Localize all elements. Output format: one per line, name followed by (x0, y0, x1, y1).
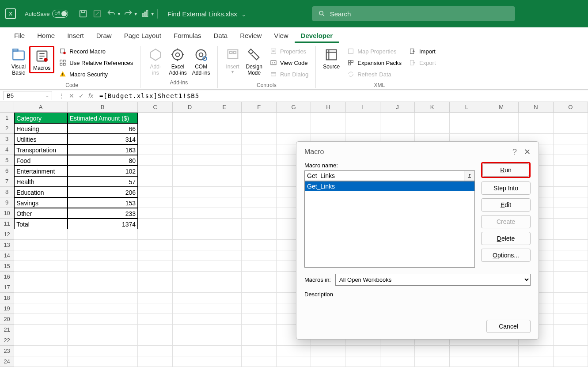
design-mode-button[interactable]: Design Mode (243, 46, 265, 77)
cell-F6[interactable] (242, 166, 276, 176)
cell-A10[interactable]: Other (14, 208, 67, 219)
namebox-dropdown-icon[interactable]: ⋮ (58, 92, 64, 99)
cell-B6[interactable]: 102 (68, 166, 138, 176)
import-button[interactable]: Import (406, 46, 439, 57)
cell-D20[interactable] (173, 314, 207, 325)
cell-B2[interactable]: 66 (68, 123, 138, 134)
tab-file[interactable]: File (8, 28, 31, 43)
cell-B17[interactable] (68, 282, 138, 293)
cell-F3[interactable] (242, 134, 276, 144)
cell-G24[interactable] (277, 356, 311, 367)
cell-B10[interactable]: 233 (68, 208, 138, 219)
cell-E23[interactable] (207, 346, 242, 356)
dialog-close-icon[interactable]: ✕ (524, 147, 531, 157)
cell-D2[interactable] (173, 123, 207, 134)
cell-O3[interactable] (554, 134, 588, 144)
cell-F1[interactable] (242, 113, 276, 123)
cell-A22[interactable] (14, 335, 67, 346)
cell-F21[interactable] (242, 325, 276, 335)
cell-C8[interactable] (138, 187, 172, 197)
cell-E18[interactable] (207, 293, 242, 303)
cell-B9[interactable]: 153 (68, 197, 138, 208)
cell-C23[interactable] (138, 346, 172, 356)
col-header-M[interactable]: M (484, 102, 519, 113)
chevron-down-icon[interactable]: ⌄ (242, 12, 246, 17)
cell-K23[interactable] (415, 346, 449, 356)
cell-A15[interactable] (14, 261, 67, 272)
cell-O23[interactable] (554, 346, 588, 356)
col-header-N[interactable]: N (519, 102, 553, 113)
cell-F4[interactable] (242, 144, 276, 155)
cell-E7[interactable] (207, 176, 242, 187)
cell-D16[interactable] (173, 272, 207, 282)
cell-C14[interactable] (138, 250, 172, 261)
cell-A2[interactable]: Housing (14, 123, 67, 134)
cell-A21[interactable] (14, 325, 67, 335)
cell-F23[interactable] (242, 346, 276, 356)
cell-F7[interactable] (242, 176, 276, 187)
cell-D14[interactable] (173, 250, 207, 261)
cell-O7[interactable] (554, 176, 588, 187)
cell-O4[interactable] (554, 144, 588, 155)
cell-O12[interactable] (554, 229, 588, 240)
cell-B5[interactable]: 80 (68, 155, 138, 166)
cell-E22[interactable] (207, 335, 242, 346)
tab-home[interactable]: Home (31, 28, 61, 43)
col-header-C[interactable]: C (138, 102, 172, 113)
cell-C12[interactable] (138, 229, 172, 240)
macro-list[interactable]: Get_Links (304, 181, 475, 268)
cell-L2[interactable] (450, 123, 484, 134)
cell-E9[interactable] (207, 197, 242, 208)
cell-A1[interactable]: Category (14, 113, 67, 123)
cell-D9[interactable] (173, 197, 207, 208)
cancel-button[interactable]: Cancel (486, 320, 531, 333)
cell-B1[interactable]: Estimated Amount ($) (68, 113, 138, 123)
cell-A3[interactable]: Utilities (14, 134, 67, 144)
cell-C20[interactable] (138, 314, 172, 325)
cell-D23[interactable] (173, 346, 207, 356)
cell-E4[interactable] (207, 144, 242, 155)
row-header-5[interactable]: 5 (0, 155, 14, 166)
cell-B12[interactable] (68, 229, 138, 240)
col-header-H[interactable]: H (311, 102, 345, 113)
cell-F5[interactable] (242, 155, 276, 166)
cell-G23[interactable] (277, 346, 311, 356)
cell-I2[interactable] (345, 123, 380, 134)
row-header-13[interactable]: 13 (0, 240, 14, 250)
cell-A16[interactable] (14, 272, 67, 282)
name-box[interactable]: B5⌄ (4, 91, 52, 100)
cell-F13[interactable] (242, 240, 276, 250)
cell-D5[interactable] (173, 155, 207, 166)
row-header-19[interactable]: 19 (0, 303, 14, 314)
cell-O14[interactable] (554, 250, 588, 261)
cell-F17[interactable] (242, 282, 276, 293)
cell-E12[interactable] (207, 229, 242, 240)
cell-E14[interactable] (207, 250, 242, 261)
row-header-7[interactable]: 7 (0, 176, 14, 187)
row-header-21[interactable]: 21 (0, 325, 14, 335)
cell-B22[interactable] (68, 335, 138, 346)
use-relative-refs-button[interactable]: Use Relative References (56, 57, 136, 68)
cell-F11[interactable] (242, 219, 276, 229)
cell-C15[interactable] (138, 261, 172, 272)
tab-draw[interactable]: Draw (90, 28, 118, 43)
redo-dropdown-icon[interactable]: ▼ (133, 11, 138, 16)
cell-E21[interactable] (207, 325, 242, 335)
cell-F10[interactable] (242, 208, 276, 219)
cell-G1[interactable] (277, 113, 311, 123)
cell-A7[interactable]: Health (14, 176, 67, 187)
cell-A19[interactable] (14, 303, 67, 314)
save-icon[interactable] (78, 9, 88, 19)
row-header-9[interactable]: 9 (0, 197, 14, 208)
row-header-10[interactable]: 10 (0, 208, 14, 219)
chart-dropdown-icon[interactable]: ▼ (150, 11, 155, 16)
options-button[interactable]: Options... (481, 249, 531, 262)
cell-O17[interactable] (554, 282, 588, 293)
cell-E16[interactable] (207, 272, 242, 282)
row-header-15[interactable]: 15 (0, 261, 14, 272)
autosave-toggle[interactable]: AutoSave Off (25, 10, 68, 18)
cell-K24[interactable] (415, 356, 449, 367)
macro-name-arrow-icon[interactable] (464, 170, 475, 181)
row-header-8[interactable]: 8 (0, 187, 14, 197)
cell-H24[interactable] (311, 356, 345, 367)
